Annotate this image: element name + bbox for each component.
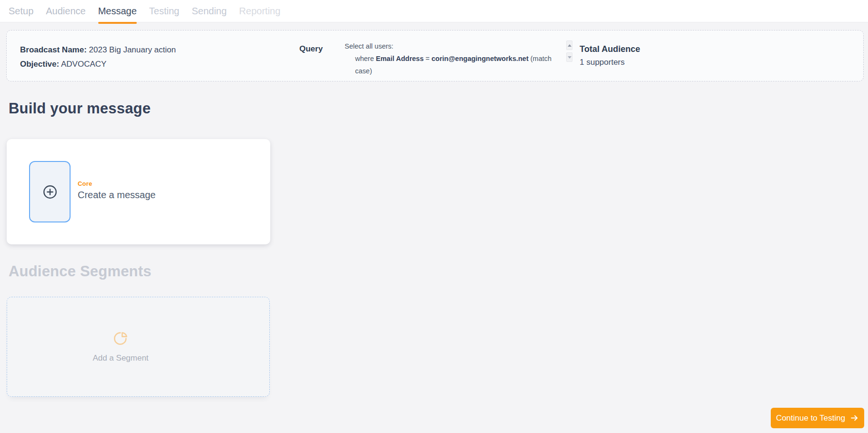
broadcast-info: Broadcast Name: 2023 Big January action … bbox=[20, 43, 176, 71]
query-where: where bbox=[355, 55, 374, 62]
segments-section-title: Audience Segments bbox=[9, 263, 152, 280]
scroll-down-button[interactable] bbox=[566, 52, 572, 62]
continue-to-testing-button[interactable]: Continue to Testing bbox=[771, 408, 864, 428]
scroll-up-icon bbox=[568, 44, 572, 47]
total-audience-label: Total Audience bbox=[580, 44, 640, 54]
query-scrollbar[interactable] bbox=[566, 40, 572, 62]
query-value: corin@engagingnetworks.net bbox=[431, 55, 528, 62]
core-badge: Core bbox=[78, 180, 155, 187]
broadcast-name-row: Broadcast Name: 2023 Big January action bbox=[20, 43, 176, 57]
query-text[interactable]: Select all users: where Email Address = … bbox=[345, 40, 564, 77]
plus-circle-icon bbox=[42, 184, 58, 200]
tab-testing[interactable]: Testing bbox=[149, 0, 179, 22]
create-message-tile[interactable] bbox=[29, 161, 71, 222]
create-message-text: Core Create a message bbox=[78, 180, 155, 201]
arrow-right-icon bbox=[850, 413, 859, 423]
build-section-title: Build your message bbox=[9, 100, 151, 117]
broadcast-name-label: Broadcast Name: bbox=[20, 45, 87, 54]
broadcast-summary-band: Broadcast Name: 2023 Big January action … bbox=[6, 30, 864, 81]
create-message-card[interactable]: Core Create a message bbox=[7, 139, 270, 244]
total-audience-value: 1 supporters bbox=[580, 58, 640, 67]
broadcast-name-value: 2023 Big January action bbox=[89, 45, 176, 54]
query-line2: where Email Address = corin@engagingnetw… bbox=[345, 52, 564, 77]
add-segment-dropzone[interactable]: Add a Segment bbox=[7, 297, 270, 397]
objective-value: ADVOCACY bbox=[61, 60, 106, 69]
total-audience: Total Audience 1 supporters bbox=[580, 44, 640, 67]
objective-label: Objective: bbox=[20, 60, 59, 69]
query-label: Query bbox=[299, 44, 323, 54]
tab-audience[interactable]: Audience bbox=[46, 0, 85, 22]
query-field: Email Address bbox=[376, 55, 424, 62]
tab-message[interactable]: Message bbox=[98, 0, 137, 22]
tab-setup[interactable]: Setup bbox=[9, 0, 33, 22]
add-segment-label: Add a Segment bbox=[92, 353, 148, 363]
query-equals: = bbox=[426, 55, 429, 62]
tab-reporting[interactable]: Reporting bbox=[239, 0, 281, 22]
pie-chart-icon bbox=[113, 331, 128, 346]
scroll-up-button[interactable] bbox=[566, 40, 572, 50]
objective-row: Objective: ADVOCACY bbox=[20, 57, 176, 71]
continue-button-label: Continue to Testing bbox=[776, 413, 845, 423]
tab-sending[interactable]: Sending bbox=[192, 0, 226, 22]
query-line1: Select all users: bbox=[345, 40, 564, 52]
create-message-label: Create a message bbox=[78, 190, 155, 201]
scroll-down-icon bbox=[568, 56, 572, 59]
top-nav: Setup Audience Message Testing Sending R… bbox=[0, 0, 868, 22]
